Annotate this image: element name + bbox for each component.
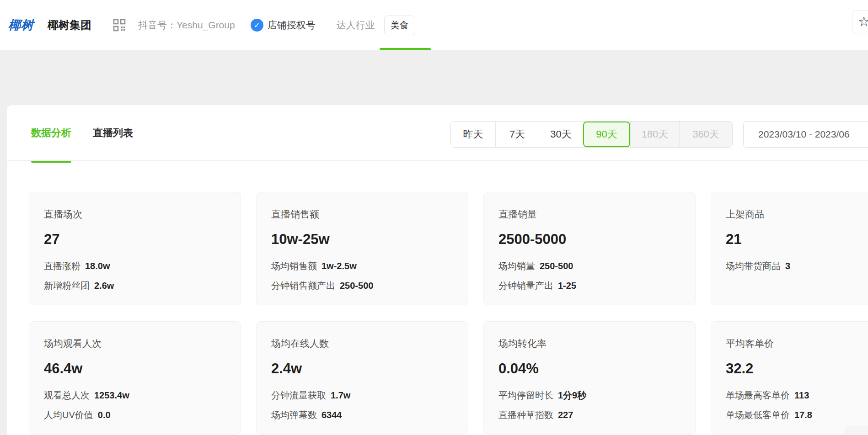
stat-row: 新增粉丝团 2.6w xyxy=(44,280,226,292)
stat-value: 1分9秒 xyxy=(558,389,586,401)
date-range-picker[interactable]: 2023/03/10 - 2023/06 xyxy=(743,121,868,148)
range-button-360d: 360天 xyxy=(679,122,732,147)
stat-label: 分钟销量产出 xyxy=(498,280,553,292)
card-title: 场均在线人数 xyxy=(271,338,453,349)
range-button-yesterday[interactable]: 昨天 xyxy=(451,122,495,147)
card-value: 21 xyxy=(726,232,868,247)
panel-header: 数据分析 直播列表 昨天 7天 30天 90天 180天 360天 2023/0… xyxy=(7,105,868,161)
stat-row: 观看总人次 1253.4w xyxy=(44,389,226,401)
stat-value: 17.8 xyxy=(794,409,812,421)
header-nav-active-indicator xyxy=(380,48,431,50)
verified-check-icon: ✓ xyxy=(251,19,263,32)
stat-value: 6344 xyxy=(321,409,342,421)
stat-value: 250-500 xyxy=(540,260,573,272)
card-stats: 直播涨粉 18.0w 新增粉丝团 2.6w xyxy=(44,260,226,292)
stat-label: 分钟销售额产出 xyxy=(271,280,335,292)
card-stats: 观看总人次 1253.4w 人均UV价值 0.0 xyxy=(44,389,226,421)
douyin-id-label: 抖音号： xyxy=(138,19,177,32)
tab-data-analysis[interactable]: 数据分析 xyxy=(31,126,71,162)
stat-label: 场均销量 xyxy=(498,260,535,272)
card-value: 32.2 xyxy=(726,361,868,377)
brand-logo: 椰树 xyxy=(8,17,34,33)
tab-live-list[interactable]: 直播列表 xyxy=(93,126,133,162)
card-value: 10w-25w xyxy=(271,232,453,247)
card-stats: 场均销售额 1w-2.5w 分钟销售额产出 250-500 xyxy=(271,260,453,292)
stat-label: 平均停留时长 xyxy=(498,389,553,401)
stat-row: 分钟销量产出 1-25 xyxy=(498,280,680,292)
card-value: 0.04% xyxy=(498,361,680,377)
stat-value: 1.7w xyxy=(331,389,350,401)
stat-value: 1w-2.5w xyxy=(321,260,357,272)
card-title: 场均观看人次 xyxy=(44,338,226,349)
stat-card-listed-products: 上架商品 21 场均带货商品 3 xyxy=(711,192,868,305)
stat-value: 227 xyxy=(558,409,573,421)
stat-row: 人均UV价值 0.0 xyxy=(44,409,226,421)
qr-code-icon[interactable] xyxy=(113,18,126,32)
stat-label: 场均带货商品 xyxy=(726,260,781,272)
stat-card-live-sales-amount: 直播销售额 10w-25w 场均销售额 1w-2.5w 分钟销售额产出 250-… xyxy=(256,192,468,305)
account-header: 椰树 椰树集团 抖音号： Yeshu_Group ✓ 店铺授权号 达人行业 xyxy=(0,0,868,50)
stat-row: 分钟销售额产出 250-500 xyxy=(271,280,453,292)
stat-card-avg-online-users: 场均在线人数 2.4w 分钟流量获取 1.7w 场均弹幕数 6344 xyxy=(256,321,468,435)
stat-value: 0.0 xyxy=(98,409,111,421)
card-stats: 平均停留时长 1分9秒 直播种草指数 227 xyxy=(498,389,680,421)
stat-value: 2.6w xyxy=(94,280,114,292)
stat-row: 场均带货商品 3 xyxy=(726,260,868,272)
stat-row: 直播种草指数 227 xyxy=(498,409,680,421)
star-icon: ☆ xyxy=(858,15,868,28)
account-name: 椰树集团 xyxy=(48,18,91,32)
stat-label: 单场最高客单价 xyxy=(726,389,790,401)
stat-value: 250-500 xyxy=(340,280,373,292)
stat-label: 场均销售额 xyxy=(271,260,317,272)
stat-row: 分钟流量获取 1.7w xyxy=(271,389,453,401)
stat-row: 场均销售额 1w-2.5w xyxy=(271,260,453,272)
card-value: 27 xyxy=(44,232,226,247)
stat-row: 场均弹幕数 6344 xyxy=(271,409,453,421)
stat-label: 观看总人次 xyxy=(44,389,90,401)
stat-row: 平均停留时长 1分9秒 xyxy=(498,389,680,401)
stat-card-avg-views: 场均观看人次 46.4w 观看总人次 1253.4w 人均UV价值 0.0 xyxy=(29,321,241,435)
stat-cards-grid: 直播场次 27 直播涨粉 18.0w 新增粉丝团 2.6w 直播销售额 10w-… xyxy=(29,192,868,435)
card-stats: 分钟流量获取 1.7w 场均弹幕数 6344 xyxy=(271,389,453,421)
range-button-30d[interactable]: 30天 xyxy=(539,122,583,147)
time-range-button-group: 昨天 7天 30天 90天 180天 360天 xyxy=(450,121,733,148)
card-title: 平均客单价 xyxy=(726,338,868,349)
stat-card-avg-order-value: 平均客单价 32.2 单场最高客单价 113 单场最低客单价 17.8 xyxy=(711,321,868,435)
account-header-row: 椰树 椰树集团 抖音号： Yeshu_Group ✓ 店铺授权号 达人行业 xyxy=(0,0,868,39)
stat-row: 单场最低客单价 17.8 xyxy=(726,409,868,421)
stat-value: 18.0w xyxy=(85,260,110,272)
range-button-90d[interactable]: 90天 xyxy=(583,122,630,147)
range-button-180d: 180天 xyxy=(630,122,679,147)
card-title: 场均转化率 xyxy=(498,338,680,349)
stat-row: 单场最高客单价 113 xyxy=(726,389,868,401)
douyin-id-value: Yeshu_Group xyxy=(177,20,235,31)
favorite-button[interactable]: ☆ xyxy=(852,10,868,33)
card-title: 直播场次 xyxy=(44,209,226,220)
card-title: 上架商品 xyxy=(726,209,868,220)
card-stats: 单场最高客单价 113 单场最低客单价 17.8 xyxy=(726,389,868,421)
industry-tag[interactable]: 美食 xyxy=(384,16,415,35)
range-button-7d[interactable]: 7天 xyxy=(495,122,539,147)
floating-corner-widget[interactable] xyxy=(844,426,868,435)
stat-label: 分钟流量获取 xyxy=(271,389,326,401)
page-background-band xyxy=(0,50,868,105)
stat-value: 3 xyxy=(785,260,790,272)
card-stats: 场均带货商品 3 xyxy=(726,260,868,272)
stat-label: 直播种草指数 xyxy=(498,409,553,421)
card-stats: 场均销量 250-500 分钟销量产出 1-25 xyxy=(498,260,680,292)
card-value: 2.4w xyxy=(271,361,453,377)
stat-label: 新增粉丝团 xyxy=(44,280,90,292)
stat-card-live-sales-volume: 直播销量 2500-5000 场均销量 250-500 分钟销量产出 1-25 xyxy=(483,192,696,305)
industry-label: 达人行业 xyxy=(337,19,375,32)
stat-label: 直播涨粉 xyxy=(44,260,80,272)
stat-row: 场均销量 250-500 xyxy=(498,260,680,272)
time-filter-bar: 昨天 7天 30天 90天 180天 360天 2023/03/10 - 202… xyxy=(450,121,868,148)
shop-authorized-label: 店铺授权号 xyxy=(268,19,316,32)
card-value: 2500-5000 xyxy=(498,232,680,247)
stat-label: 场均弹幕数 xyxy=(271,409,317,421)
stat-label: 单场最低客单价 xyxy=(726,409,790,421)
card-value: 46.4w xyxy=(44,361,226,377)
stat-card-live-sessions: 直播场次 27 直播涨粉 18.0w 新增粉丝团 2.6w xyxy=(29,192,241,305)
stat-value: 1253.4w xyxy=(94,389,129,401)
card-title: 直播销量 xyxy=(498,209,680,220)
